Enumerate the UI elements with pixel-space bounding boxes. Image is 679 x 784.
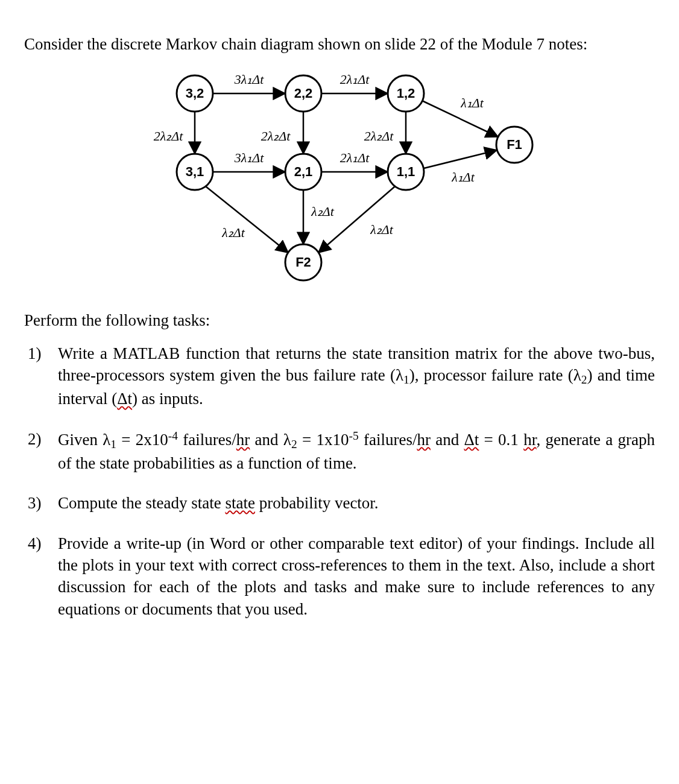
task-4-number: 4) [28,533,42,554]
rate-32-22: 3λ₁Δt [234,72,264,87]
task-2-number: 2) [28,428,42,450]
page: Consider the discrete Markov chain diagr… [0,0,679,662]
task-3-number: 3) [28,492,42,514]
rate-22-12: 2λ₁Δt [340,72,370,87]
markov-diagram-container: 3,2 2,2 1,2 3,1 2,1 1,1 F1 F2 3λ₁Δt 2λ₁Δ… [24,63,655,292]
delta-t-1: Δt [117,390,132,408]
svg-line-17 [206,186,288,253]
tasks-intro: Perform the following tasks: [24,309,655,331]
rate-12-f1: λ₁Δt [460,95,484,110]
rate-21-f2: λ₂Δt [311,204,334,219]
rate-11-f1: λ₁Δt [451,169,475,185]
rate-11-f2: λ₂Δt [370,222,393,237]
state-f2: F2 [295,254,311,270]
hr-1: hr [236,431,250,449]
state-word: state [225,494,254,512]
task-2: 2) Given λ1 = 2x10-4 failures/hr and λ2 … [58,428,655,474]
hr-3: hr [523,431,536,449]
intro-paragraph: Consider the discrete Markov chain diagr… [24,33,655,55]
task-list: 1) Write a MATLAB function that returns … [24,343,655,620]
state-f1: F1 [507,137,522,152]
hr-2: hr [417,431,431,449]
state-2-2: 2,2 [294,86,313,101]
rate-21-11: 2λ₁Δt [340,150,370,165]
svg-line-16 [424,150,497,168]
task-3: 3) Compute the steady state state probab… [58,492,655,514]
state-1-1: 1,1 [397,164,415,179]
rate-12-11: 2λ₂Δt [364,128,394,144]
delta-t-2: Δt [464,431,479,449]
task-1-number: 1) [28,343,42,364]
rate-32-31: 2λ₂Δt [154,128,183,144]
state-3-1: 3,1 [186,164,204,179]
task-1: 1) Write a MATLAB function that returns … [58,343,655,410]
state-2-1: 2,1 [294,164,313,179]
svg-line-19 [318,186,395,253]
rate-31-21: 3λ₁Δt [234,150,264,165]
task-4: 4) Provide a write-up (in Word or other … [58,533,655,621]
state-3-2: 3,2 [186,86,204,101]
markov-chain-diagram: 3,2 2,2 1,2 3,1 2,1 1,1 F1 F2 3λ₁Δt 2λ₁Δ… [128,63,551,292]
rate-31-f2: λ₂Δt [221,225,245,240]
svg-line-15 [422,101,498,137]
state-1-2: 1,2 [397,86,415,101]
rate-22-21: 2λ₂Δt [261,128,291,144]
